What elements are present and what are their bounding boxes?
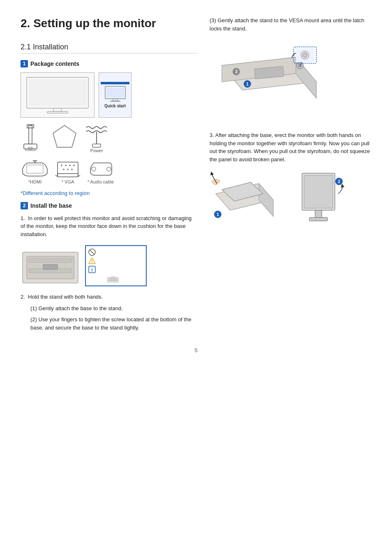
svg-rect-73 [304,175,333,208]
vga-svg [53,159,82,179]
svg-rect-7 [110,101,120,102]
svg-rect-35 [43,265,58,269]
step3-after-text: 3. After attaching the base, erect the m… [210,131,371,163]
pkg-quickstart: Quick start [99,72,131,118]
warning-triangle-icon [88,257,96,265]
monitor-illustration [25,75,90,114]
stand-svg [21,123,47,152]
svg-marker-68 [259,183,273,216]
svg-text:1: 1 [246,81,249,86]
warning-box [85,245,147,286]
svg-text:3: 3 [235,69,238,74]
pkg-monitor [21,72,95,118]
package-items-row1: Quick start [21,72,197,118]
package-items-row2: Power [21,123,197,153]
svg-rect-46 [109,278,118,279]
svg-point-30 [107,167,111,171]
pkg-power: Power [82,123,111,153]
pkg-vga: * VGA [53,159,82,184]
lift-illustration: 1 [210,169,281,227]
qs-monitor-small [104,85,127,102]
step1-text: 1. In order to well protect this monitor… [21,214,197,239]
no-sign-icon [88,248,96,256]
svg-rect-74 [315,210,322,218]
svg-point-26 [71,169,73,170]
vga-label: * VGA [62,179,74,184]
region-note: *Different according to region [21,190,197,196]
svg-point-25 [67,169,69,170]
monitor-box-img [21,72,95,118]
pkg-pentagon [51,123,78,153]
page-number: 5 [21,347,371,353]
hdmi-svg [21,159,49,179]
svg-rect-5 [106,88,124,97]
svg-point-21 [65,165,67,166]
svg-rect-75 [309,218,327,221]
install-base-label: Install the base [30,202,72,209]
svg-rect-1 [29,79,86,106]
section-title: 2.1 Installation [21,43,197,53]
monitor-upright-illustration: 2 [290,169,347,227]
svg-rect-16 [27,165,43,173]
step2-text: 2. Hold the stand with both hands. [21,293,197,301]
svg-point-24 [63,169,65,170]
svg-rect-9 [24,144,37,149]
svg-point-43 [92,267,92,268]
cushion-img-row [21,244,197,287]
svg-rect-10 [27,125,34,128]
package-contents-label: Package contents [30,60,79,67]
cushion-illustration [21,244,80,287]
page-title: 2. Setting up the monitor [21,16,197,30]
svg-rect-19 [58,162,78,174]
package-items-row3: *HDMI * VGA [21,159,197,184]
step3-intro: (3) Gently attach the stand to the VESA … [210,16,371,32]
install-base-header: 2 Install the base [21,202,197,209]
step3-img-row: 1 2 [210,169,371,227]
svg-rect-49 [111,276,115,276]
hdmi-label: *HDMI [28,179,42,184]
pkg-stand [21,123,47,153]
svg-point-65 [303,53,307,57]
power-cable-svg [82,123,111,148]
svg-text:1: 1 [217,212,219,217]
svg-rect-15 [92,144,101,147]
badge-2: 2 [21,202,28,209]
step2-sub2: (2) Use your fingers to tighten the scre… [21,316,197,332]
quickstart-label: Quick start [104,104,126,108]
warning-illustration [88,276,138,283]
svg-line-37 [90,250,95,255]
vesa-illustration: 1 2 3 [210,37,325,123]
svg-point-22 [69,165,71,166]
badge-1: 1 [21,60,28,67]
audio-svg [86,159,115,179]
svg-text:2: 2 [338,179,340,184]
svg-rect-33 [29,258,72,262]
svg-marker-13 [53,125,76,147]
info-square-icon [88,266,96,273]
svg-point-23 [73,165,75,166]
step2-sub1: (1) Gently attach the base to the stand. [21,304,197,313]
svg-rect-2 [53,108,62,111]
qs-brand [101,82,129,84]
svg-rect-3 [47,111,68,113]
svg-point-20 [61,165,62,166]
audio-label: * Audio cable [88,179,114,184]
power-label: Power [90,148,103,153]
pkg-hdmi: *HDMI [21,159,49,184]
pentagon-svg [51,123,78,152]
package-contents-header: 1 Package contents [21,60,197,67]
pkg-audio: * Audio cable [86,159,115,184]
quickstart-box: Quick start [99,72,131,118]
svg-rect-47 [109,280,118,281]
svg-point-40 [92,262,92,263]
svg-point-29 [92,167,96,171]
